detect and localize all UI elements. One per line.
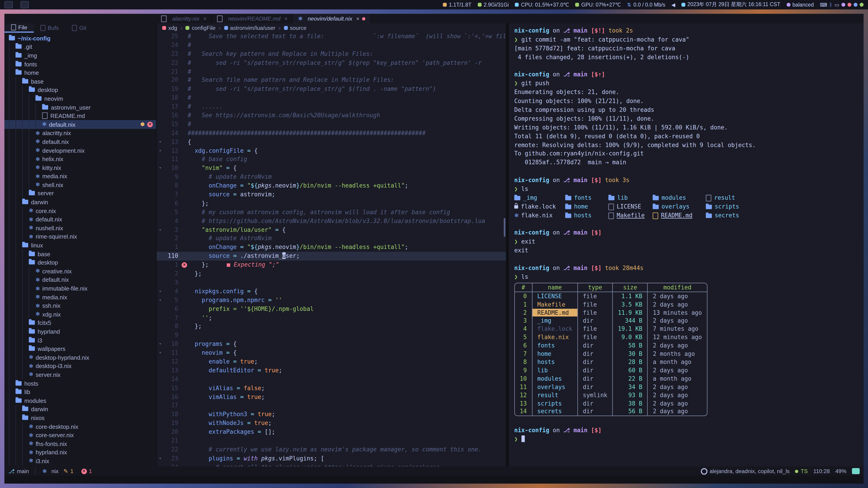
breadcrumb-item[interactable]: astronvim/lua/user [224,25,275,31]
code-line[interactable]: 17 [157,401,506,410]
tree-item[interactable]: ❄hyprland.nix [4,448,156,456]
tree-item[interactable]: ❄development.nix [4,146,156,155]
code-line[interactable]: 2 }; [157,269,506,278]
code-line[interactable]: ▾10 programs = { [157,340,506,349]
tree-item[interactable]: ❄default.nix× [4,120,156,129]
tree-item[interactable]: fonts [4,60,156,68]
tree-item[interactable]: i3 [4,336,156,344]
code-line[interactable]: ▾4 nixpkgs.config = { [157,287,506,296]
tree-item[interactable]: ❄default.nix [4,275,156,284]
tree-item[interactable]: ❄media.nix [4,172,156,180]
code-line[interactable]: 1× }; ■ Expecting ";" [157,261,506,269]
power-profile[interactable]: balanced [786,2,814,8]
tree-item[interactable]: ❄rime-squirrel.nix [4,232,156,241]
tree-item[interactable]: ❄helix.nix [4,155,156,163]
tree-item[interactable]: linux [4,241,156,250]
tree-item[interactable]: server [4,189,156,198]
workspace-window-icon[interactable] [4,1,13,8]
tab-alacritty.nix[interactable]: alacritty.nix× [156,14,212,23]
tree-item[interactable]: ❄shell.nix [4,181,156,189]
tree-item[interactable]: desktop [4,258,156,267]
code-line[interactable]: ▾13{ [157,138,506,147]
code-line[interactable]: 22# sed -ri "s/pattern_str/replace_str/g… [157,59,506,67]
tree-item[interactable]: ❄i3.nix [4,457,156,465]
tab-close-icon[interactable]: × [284,15,287,22]
tree-item[interactable]: ❄kitty.nix [4,163,156,172]
code-line[interactable]: 6 }; [157,199,506,208]
code-line[interactable]: 12 enable = true; [157,357,506,366]
code-line[interactable]: 22 # currently we use lazy.nvim as neovi… [157,445,506,454]
tree-item[interactable]: ❄core-desktop.nix [4,422,156,431]
code-line[interactable]: 21# [157,67,506,76]
tab-neovim/default.nix[interactable]: ❄neovim/default.nix× [293,14,371,23]
code-line[interactable]: 7 ''; [157,313,506,322]
tray-app-icon[interactable] [854,3,857,6]
neotree-tab-Git[interactable]: Git [65,23,93,33]
code-line[interactable]: 11 # base config [157,155,506,164]
tree-item[interactable]: astronvim_user [4,103,156,111]
tab-neovim/README.md[interactable]: neovim/README.md× [212,14,293,23]
breadcrumb-item[interactable]: xdg [162,25,177,31]
tab-close-icon[interactable]: × [203,15,206,22]
code-line[interactable]: 24# [157,41,506,50]
code-line[interactable]: 1 onChange = "${pkgs.neovim}/bin/nvim --… [157,243,506,252]
code-line[interactable]: 8 }; [157,322,506,331]
terminal-pane[interactable]: nix-config on ⎇ main [$!] took 2s❯ git c… [509,23,864,466]
tree-item[interactable]: home [4,68,156,77]
code-line[interactable]: 18 withPython3 = true; [157,410,506,419]
code-line[interactable]: 15 viAlias = false; [157,384,506,393]
workspace-window-icon[interactable] [21,1,29,8]
code-line[interactable]: 7 source = astronvim; [157,191,506,199]
tree-item[interactable]: ~/nix-config [4,34,156,42]
code-line[interactable]: 16 vimAlias = true; [157,393,506,401]
tree-item[interactable]: base [4,77,156,86]
code-line[interactable]: 19 withNodeJs = true; [157,419,506,428]
code-line[interactable]: 14######################################… [157,129,506,138]
code-line[interactable]: ▾12 xdg.configFile = { [157,147,506,155]
tree-item[interactable]: _img [4,51,156,60]
tree-item[interactable]: .git [4,42,156,51]
breadcrumb-item[interactable]: configFile [186,25,216,31]
code-line[interactable]: 20# Search file name pattern and Replace… [157,76,506,85]
tree-item[interactable]: neovim [4,94,156,103]
tree-item[interactable]: wallpapers [4,344,156,353]
code-line[interactable]: 4 # https://github.com/AstroNvim/AstroNv… [157,217,506,225]
tree-item[interactable]: hosts [4,379,156,387]
tree-item[interactable]: ❄media.nix [4,293,156,301]
display-icon[interactable]: ▭ [835,2,839,7]
tree-item[interactable]: ❄core-server.nix [4,431,156,439]
tree-item[interactable]: ❄server.nix [4,370,156,379]
code-line[interactable]: 9 # update AstroNvim [157,173,506,182]
tree-item[interactable]: ❄default.nix [4,215,156,223]
code-line[interactable]: 20 extraPackages = []; [157,428,506,436]
tree-item[interactable]: base [4,250,156,258]
code-line[interactable]: 19# sed -ri "s/pattern_str/replace_str/g… [157,85,506,94]
editor-scrollbar[interactable] [504,218,505,237]
tree-item[interactable]: lib [4,387,156,396]
code-line[interactable]: 17# ...... [157,102,506,111]
tree-item[interactable]: darwin [4,198,156,206]
code-line[interactable]: 8 onChange = "${pkgs.neovim}/bin/nvim --… [157,182,506,191]
tree-item[interactable]: ❄alacritty.nix [4,129,156,137]
tree-item[interactable]: ❄default.nix [4,137,156,146]
window-split-handle[interactable] [506,23,508,466]
code-line[interactable]: 110 source = ./astronvim_user; [157,252,506,261]
code-line[interactable]: 24 # search all the plugins using https:… [157,463,506,466]
tree-item[interactable]: ❄ssh.nix [4,301,156,310]
code-line[interactable]: 3 [157,278,506,287]
tray-app-icon[interactable] [841,3,845,6]
breadcrumb-item[interactable]: source [284,25,307,31]
code-line[interactable]: 14 [157,375,506,384]
code-line[interactable]: 21 [157,436,506,445]
code-line[interactable]: ▾11 neovim = { [157,349,506,357]
tree-item[interactable]: ❄nushell.nix [4,224,156,232]
code-line[interactable]: 5 # my cusotom astronvim config, astronv… [157,208,506,217]
code-line[interactable]: 2 # update AstroNvim [157,234,506,243]
tree-item[interactable]: ❄fhs-fonts.nix [4,439,156,448]
keyboard-icon[interactable]: ⌨ [820,2,827,7]
code-line[interactable]: ▾3 "astronvim/lua/user" = { [157,225,506,234]
tree-item[interactable]: hyprland [4,327,156,336]
tree-item[interactable]: README.md [4,111,156,120]
tree-item[interactable]: ❄core.nix [4,206,156,215]
code-line[interactable]: 18# [157,94,506,102]
